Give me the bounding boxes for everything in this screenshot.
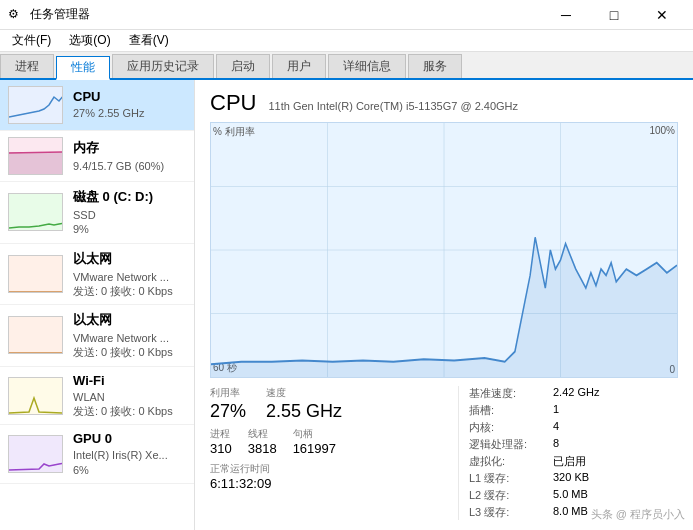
sidebar-info-eth1: 以太网 VMware Network ...发送: 0 接收: 0 Kbps: [73, 250, 186, 299]
stat-handle-value: 161997: [293, 441, 336, 458]
cpu-header: CPU 11th Gen Intel(R) Core(TM) i5-1135G7…: [210, 90, 678, 116]
tab-bar: 进程 性能 应用历史记录 启动 用户 详细信息 服务: [0, 52, 693, 80]
stat-process: 进程 310: [210, 427, 232, 458]
tab-services[interactable]: 服务: [408, 54, 462, 78]
title-controls: ─ □ ✕: [543, 0, 685, 30]
sidebar-info-wifi: Wi-Fi WLAN发送: 0 接收: 0 Kbps: [73, 373, 186, 419]
sidebar-thumb-eth1: [8, 255, 63, 293]
tab-users[interactable]: 用户: [272, 54, 326, 78]
stat-handle: 句柄 161997: [293, 427, 336, 458]
tab-details[interactable]: 详细信息: [328, 54, 406, 78]
bottom-right: 基准速度: 2.42 GHz 插槽: 1 内核: 4 逻辑处理器: 8: [458, 386, 678, 520]
stat-virt-label: 虚拟化:: [469, 454, 549, 469]
app-title: 任务管理器: [30, 6, 90, 23]
sidebar-subtitle-memory: 9.4/15.7 GB (60%): [73, 159, 186, 173]
stat-cores-value: 4: [553, 420, 559, 435]
sidebar-subtitle-eth2: VMware Network ...发送: 0 接收: 0 Kbps: [73, 331, 186, 360]
stat-l2: L2 缓存: 5.0 MB: [469, 488, 678, 503]
stat-logical: 逻辑处理器: 8: [469, 437, 678, 452]
stat-uptime-value: 6:11:32:09: [210, 476, 448, 493]
sidebar-info-eth2: 以太网 VMware Network ...发送: 0 接收: 0 Kbps: [73, 311, 186, 360]
sidebar-title-gpu: GPU 0: [73, 431, 186, 446]
tab-app-history[interactable]: 应用历史记录: [112, 54, 214, 78]
stat-logical-value: 8: [553, 437, 559, 452]
sidebar-title-eth2: 以太网: [73, 311, 186, 329]
sidebar-item-memory[interactable]: 内存 9.4/15.7 GB (60%): [0, 131, 194, 182]
sidebar-item-eth2[interactable]: 以太网 VMware Network ...发送: 0 接收: 0 Kbps: [0, 305, 194, 367]
stat-virt: 虚拟化: 已启用: [469, 454, 678, 469]
stat-base-speed-value: 2.42 GHz: [553, 386, 599, 401]
sidebar-info-gpu: GPU 0 Intel(R) Iris(R) Xe...6%: [73, 431, 186, 477]
sidebar-title-wifi: Wi-Fi: [73, 373, 186, 388]
panel-subtitle: 11th Gen Intel(R) Core(TM) i5-1135G7 @ 2…: [268, 100, 518, 112]
stat-l3: L3 缓存: 8.0 MB: [469, 505, 678, 520]
stat-l1: L1 缓存: 320 KB: [469, 471, 678, 486]
cpu-chart: % 利用率 100% 60 秒 0: [210, 122, 678, 378]
sidebar-item-cpu[interactable]: CPU 27% 2.55 GHz: [0, 80, 194, 131]
stat-base-speed-label: 基准速度:: [469, 386, 549, 401]
stat-usage-label: 利用率: [210, 386, 246, 400]
sidebar-title-memory: 内存: [73, 139, 186, 157]
sidebar-title-cpu: CPU: [73, 89, 186, 104]
sidebar-thumb-eth2: [8, 316, 63, 354]
minimize-button[interactable]: ─: [543, 0, 589, 30]
sidebar-title-disk: 磁盘 0 (C: D:): [73, 188, 186, 206]
stat-handle-label: 句柄: [293, 427, 336, 441]
sidebar-item-gpu[interactable]: GPU 0 Intel(R) Iris(R) Xe...6%: [0, 425, 194, 484]
right-panel: CPU 11th Gen Intel(R) Core(TM) i5-1135G7…: [195, 80, 693, 530]
tab-process[interactable]: 进程: [0, 54, 54, 78]
menu-options[interactable]: 选项(O): [61, 30, 118, 51]
tab-performance[interactable]: 性能: [56, 56, 110, 80]
sidebar-info-memory: 内存 9.4/15.7 GB (60%): [73, 139, 186, 173]
right-stats: 基准速度: 2.42 GHz 插槽: 1 内核: 4 逻辑处理器: 8: [469, 386, 678, 520]
sidebar-thumb-mem: [8, 137, 63, 175]
stat-thread-value: 3818: [248, 441, 277, 458]
stat-virt-value: 已启用: [553, 454, 586, 469]
stat-speed-value: 2.55 GHz: [266, 400, 342, 423]
sidebar-item-eth1[interactable]: 以太网 VMware Network ...发送: 0 接收: 0 Kbps: [0, 244, 194, 306]
stat-cores: 内核: 4: [469, 420, 678, 435]
stat-l3-value: 8.0 MB: [553, 505, 588, 520]
stat-cores-label: 内核:: [469, 420, 549, 435]
stat-thread: 线程 3818: [248, 427, 277, 458]
main-content: CPU 27% 2.55 GHz 内存 9.4/15.7 GB (60%): [0, 80, 693, 530]
stat-sockets-value: 1: [553, 403, 559, 418]
sidebar-subtitle-cpu: 27% 2.55 GHz: [73, 106, 186, 120]
stat-sockets-label: 插槽:: [469, 403, 549, 418]
sidebar-thumb-wifi: [8, 377, 63, 415]
stat-process-value: 310: [210, 441, 232, 458]
stat-usage-value: 27%: [210, 400, 246, 423]
stat-l2-value: 5.0 MB: [553, 488, 588, 503]
stat-logical-label: 逻辑处理器:: [469, 437, 549, 452]
stat-l3-label: L3 缓存:: [469, 505, 549, 520]
stat-process-label: 进程: [210, 427, 232, 441]
sidebar: CPU 27% 2.55 GHz 内存 9.4/15.7 GB (60%): [0, 80, 195, 530]
menu-view[interactable]: 查看(V): [121, 30, 177, 51]
sidebar-subtitle-wifi: WLAN发送: 0 接收: 0 Kbps: [73, 390, 186, 419]
sidebar-item-disk[interactable]: 磁盘 0 (C: D:) SSD9%: [0, 182, 194, 244]
title-bar-left: ⚙ 任务管理器: [8, 6, 90, 23]
sidebar-thumb-gpu: [8, 435, 63, 473]
sidebar-thumb-disk: [8, 193, 63, 231]
sidebar-thumb-cpu: [8, 86, 63, 124]
panel-title: CPU: [210, 90, 256, 116]
bottom-left: 利用率 27% 速度 2.55 GHz 进程 310 线程: [210, 386, 448, 520]
sidebar-subtitle-gpu: Intel(R) Iris(R) Xe...6%: [73, 448, 186, 477]
stat-uptime: 正常运行时间 6:11:32:09: [210, 462, 448, 493]
close-button[interactable]: ✕: [639, 0, 685, 30]
sidebar-title-eth1: 以太网: [73, 250, 186, 268]
stat-thread-label: 线程: [248, 427, 277, 441]
menu-bar: 文件(F) 选项(O) 查看(V): [0, 30, 693, 52]
stat-speed-label: 速度: [266, 386, 342, 400]
title-bar: ⚙ 任务管理器 ─ □ ✕: [0, 0, 693, 30]
tab-startup[interactable]: 启动: [216, 54, 270, 78]
stat-l1-label: L1 缓存:: [469, 471, 549, 486]
stat-l1-value: 320 KB: [553, 471, 589, 486]
sidebar-info-cpu: CPU 27% 2.55 GHz: [73, 89, 186, 120]
menu-file[interactable]: 文件(F): [4, 30, 59, 51]
stat-base-speed: 基准速度: 2.42 GHz: [469, 386, 678, 401]
stat-speed: 速度 2.55 GHz: [266, 386, 342, 423]
sidebar-item-wifi[interactable]: Wi-Fi WLAN发送: 0 接收: 0 Kbps: [0, 367, 194, 426]
app-icon: ⚙: [8, 7, 24, 23]
maximize-button[interactable]: □: [591, 0, 637, 30]
